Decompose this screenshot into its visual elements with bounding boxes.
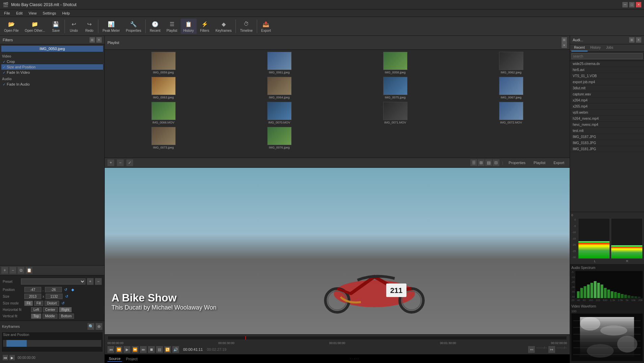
right-float-button[interactable]: ⊞: [629, 37, 635, 43]
playlist-item[interactable]: IMG_0070.MOV: [222, 101, 337, 125]
playlist-item[interactable]: IMG_0075.jpeg: [338, 76, 452, 100]
preset-select[interactable]: [21, 278, 85, 285]
history-button[interactable]: 📋 History: [181, 19, 197, 34]
paste-filter-button[interactable]: 📋: [26, 267, 32, 274]
playlist-item[interactable]: IMG_0061.jpeg: [222, 51, 337, 75]
recent-file-item[interactable]: hevc_nvenc.mp4: [570, 122, 644, 128]
pl-playlist-button[interactable]: Playlist: [531, 160, 548, 165]
size-mode-fill-button[interactable]: Fill: [34, 301, 43, 306]
playlist-float-button[interactable]: ⊞: [562, 37, 567, 43]
menu-view[interactable]: View: [26, 10, 40, 16]
maximize-button[interactable]: □: [629, 2, 635, 7]
halign-right-button[interactable]: Right: [59, 307, 72, 312]
recent-file-item[interactable]: capture.wav: [570, 91, 644, 97]
right-tab-recent[interactable]: Recent: [571, 44, 588, 51]
recent-file-item[interactable]: IMG_0183.JPG: [570, 140, 644, 146]
transport-beginning-button[interactable]: ⏮: [107, 346, 114, 353]
minimize-button[interactable]: ─: [622, 2, 628, 7]
recent-file-item[interactable]: IMG_0187.JPG: [570, 134, 644, 140]
open-file-button[interactable]: 📂 Open File: [1, 19, 21, 34]
recent-file-item[interactable]: VTS_01_1.VOB: [570, 73, 644, 79]
keyframes-button[interactable]: ◆ Keyframes: [213, 19, 234, 34]
size-mode-distort-button[interactable]: Distort: [45, 301, 59, 306]
pl-grid-view-button[interactable]: ⊞: [478, 159, 485, 166]
size-h-input[interactable]: [46, 294, 63, 299]
undo-button[interactable]: ↩ Undo: [66, 19, 81, 34]
playlist-button[interactable]: ☰ Playlist: [164, 19, 180, 34]
valign-middle-button[interactable]: Middle: [43, 314, 57, 319]
right-close-button[interactable]: ✕: [636, 37, 641, 43]
playlist-item[interactable]: IMG_0067.jpeg: [454, 76, 568, 100]
pl-add-button[interactable]: +: [107, 159, 114, 166]
position-keyframe-button[interactable]: ◆: [70, 287, 75, 292]
recent-file-item[interactable]: test.mlt: [570, 128, 644, 134]
pl-list-view-button[interactable]: ☰: [470, 159, 477, 166]
playlist-item[interactable]: IMG_0076.jpeg: [222, 126, 337, 150]
filter-fade-in-audio[interactable]: ✓ Fade In Audio: [1, 82, 103, 87]
transport-loop-button[interactable]: 🔁: [164, 346, 171, 353]
recent-file-item[interactable]: IMG_0181.JPG: [570, 146, 644, 152]
timeline-button[interactable]: ⏱ Timeline: [237, 19, 255, 34]
pl-expand-button[interactable]: ⊟: [493, 159, 499, 166]
right-tab-history[interactable]: History: [588, 44, 603, 51]
recent-file-item[interactable]: wide25-cinema.dv: [570, 61, 644, 67]
position-x-input[interactable]: [24, 287, 41, 292]
playlist-item[interactable]: IMG_0062.jpeg: [454, 51, 568, 75]
position-y-input[interactable]: [45, 287, 62, 292]
properties-button[interactable]: 🔧 Properties: [123, 19, 144, 34]
playlist-item[interactable]: IMG_0072.MOV: [454, 101, 568, 125]
playlist-item[interactable]: IMG_0059.jpeg: [106, 51, 221, 75]
transport-stop-button[interactable]: ⏹: [148, 346, 155, 353]
copy-filter-button[interactable]: ⧉: [18, 267, 24, 274]
menu-edit[interactable]: Edit: [14, 10, 25, 16]
pl-export-button[interactable]: Export: [551, 160, 567, 165]
preview-in-button[interactable]: ↤: [528, 346, 535, 353]
preview-out-button[interactable]: ↦: [548, 346, 555, 353]
recent-file-item[interactable]: 3dlut.mlt: [570, 85, 644, 91]
filter-fade-in-video[interactable]: ✓ Fade In Video: [1, 70, 103, 75]
search-input[interactable]: [571, 53, 643, 59]
pl-remove-button[interactable]: −: [117, 159, 124, 166]
size-reset-button[interactable]: ↺: [64, 294, 69, 299]
filter-size-position[interactable]: ✓ Size and Position: [1, 64, 103, 70]
menu-help[interactable]: Help: [59, 10, 73, 16]
recent-file-item[interactable]: vp9.webm: [570, 110, 644, 116]
recent-file-item[interactable]: h264_nvenc.mp4: [570, 116, 644, 122]
kf-prev-button[interactable]: ⏮: [3, 355, 8, 360]
remove-filter-button[interactable]: −: [9, 267, 16, 274]
transport-audio-button[interactable]: 🔊: [172, 346, 179, 353]
kf-zoom-in-button[interactable]: ⊕: [96, 323, 102, 330]
recent-file-item[interactable]: x264.mp4: [570, 97, 644, 104]
preset-remove-button[interactable]: −: [95, 278, 102, 285]
playlist-item[interactable]: IMG_0063.jpeg: [106, 76, 221, 100]
filters-close-button[interactable]: ✕: [96, 37, 102, 43]
playlist-item[interactable]: IMG_0073.jpeg: [106, 126, 221, 150]
playlist-item[interactable]: IMG_0071.MOV: [338, 101, 452, 125]
filters-button[interactable]: ⚡ Filters: [197, 19, 212, 34]
tab-project[interactable]: Project: [125, 356, 139, 362]
recent-button[interactable]: 🕐 Recent: [147, 19, 163, 34]
pl-properties-button[interactable]: Properties: [506, 160, 528, 165]
size-mode-reset-button[interactable]: ↺: [60, 300, 66, 306]
open-other-button[interactable]: 📁 Open Other...: [22, 19, 48, 34]
right-tab-jobs[interactable]: Jobs: [603, 44, 616, 51]
size-w-input[interactable]: [24, 294, 41, 299]
titlebar-controls[interactable]: ─ □ ✕: [622, 2, 641, 7]
halign-left-button[interactable]: Left: [31, 307, 42, 312]
recent-file-item[interactable]: hin5.avi: [570, 67, 644, 73]
size-mode-fit-button[interactable]: Fit: [24, 301, 33, 306]
export-button[interactable]: 📤 Export: [258, 19, 274, 34]
transport-next-button[interactable]: ⏩: [132, 346, 139, 353]
pl-check-button[interactable]: ✓: [126, 159, 133, 166]
recent-file-item[interactable]: x265.mp4: [570, 104, 644, 110]
position-reset-button[interactable]: ↺: [63, 287, 69, 292]
menu-file[interactable]: File: [1, 10, 13, 16]
filters-float-button[interactable]: ⊞: [90, 37, 95, 43]
kf-thumb[interactable]: [6, 340, 27, 347]
transport-clip-button[interactable]: ▤: [156, 346, 163, 353]
playlist-item[interactable]: IMG_0066.MOV: [106, 101, 221, 125]
transport-play-button[interactable]: ▶: [124, 346, 130, 353]
recent-file-item[interactable]: export job.mp4: [570, 79, 644, 85]
halign-center-button[interactable]: Center: [43, 307, 58, 312]
playlist-item[interactable]: IMG_0058.jpeg: [338, 51, 452, 75]
